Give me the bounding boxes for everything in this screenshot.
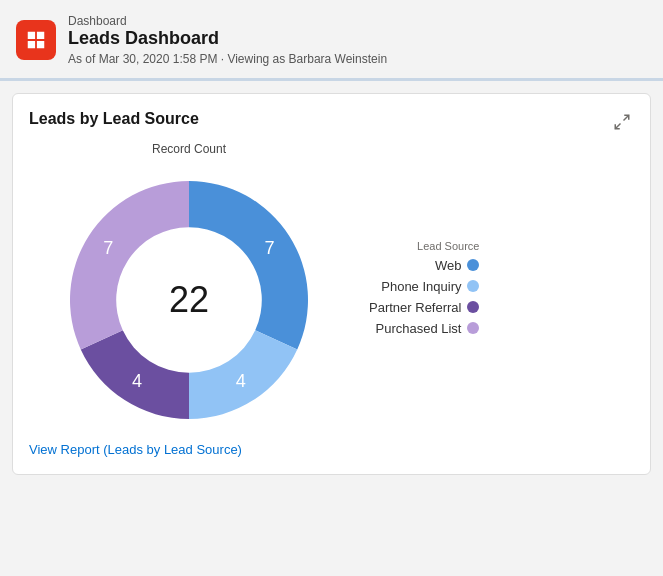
- legend-dot: [467, 322, 479, 334]
- legend-item: Partner Referral: [369, 300, 479, 315]
- donut-chart: 7447 22: [49, 160, 329, 440]
- legend-section: Lead Source WebPhone InquiryPartner Refe…: [369, 240, 479, 342]
- legend-item: Phone Inquiry: [369, 279, 479, 294]
- card-title: Leads by Lead Source: [29, 110, 199, 128]
- svg-text:7: 7: [265, 238, 275, 258]
- expand-icon[interactable]: [610, 110, 634, 134]
- card-header: Leads by Lead Source: [29, 110, 634, 134]
- chart-area: Record Count 7447 22 Lead Source WebPhon…: [29, 142, 634, 440]
- legend-dot: [467, 301, 479, 313]
- svg-line-0: [624, 115, 629, 120]
- legend-dot: [467, 259, 479, 271]
- header-text: Dashboard Leads Dashboard As of Mar 30, …: [68, 14, 387, 66]
- header-meta: As of Mar 30, 2020 1:58 PM · Viewing as …: [68, 52, 387, 66]
- dashboard-icon: [16, 20, 56, 60]
- svg-text:4: 4: [236, 370, 246, 390]
- donut-section: Record Count 7447 22: [29, 142, 349, 440]
- legend-dot: [467, 280, 479, 292]
- record-count-label: Record Count: [29, 142, 349, 156]
- svg-text:7: 7: [103, 238, 113, 258]
- legend-item: Purchased List: [369, 321, 479, 336]
- view-report-link[interactable]: View Report (Leads by Lead Source): [29, 442, 242, 457]
- legend-title: Lead Source: [369, 240, 479, 252]
- svg-text:4: 4: [132, 370, 142, 390]
- leads-by-source-card: Leads by Lead Source Record Count 7447 2…: [12, 93, 651, 475]
- legend-item: Web: [369, 258, 479, 273]
- breadcrumb: Dashboard: [68, 14, 387, 28]
- svg-line-1: [615, 123, 620, 128]
- page-header: Dashboard Leads Dashboard As of Mar 30, …: [0, 0, 663, 81]
- page-title: Leads Dashboard: [68, 28, 387, 50]
- donut-total: 22: [169, 279, 209, 321]
